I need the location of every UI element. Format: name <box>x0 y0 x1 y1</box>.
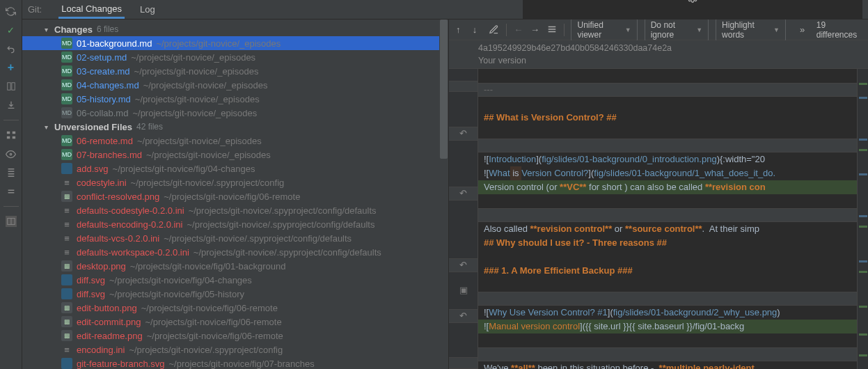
more-icon[interactable]: » <box>800 24 810 36</box>
gutter-cell <box>449 272 478 284</box>
tool-gutter: ✓ + <box>0 0 22 369</box>
separator <box>3 206 19 207</box>
diff-count: 19 differences <box>816 20 861 40</box>
file-row[interactable]: add.svg~/projects/git-novice/fig/04-chan… <box>22 162 448 175</box>
file-row[interactable]: ▩conflict-resolved.png~/projects/git-nov… <box>22 189 448 203</box>
group-header[interactable]: ▾Unversioned Files42 files <box>22 120 448 134</box>
gutter-cell <box>449 212 478 224</box>
gear-icon[interactable] <box>687 0 698 3</box>
gutter-cell <box>449 141 478 152</box>
gutter-cell <box>449 164 478 175</box>
file-row[interactable]: ▩edit-readme.png~/projects/git-novice/fi… <box>22 329 448 343</box>
show-ignored-icon[interactable] <box>6 148 17 159</box>
svg-rect-3 <box>6 136 9 139</box>
diff-minimap[interactable] <box>857 69 868 369</box>
group-header[interactable]: ▾Changes6 files <box>22 22 448 36</box>
file-row[interactable]: MD03-create.md~/projects/git-novice/_epi… <box>22 64 448 78</box>
file-row[interactable]: MD01-background.md~/projects/git-novice/… <box>22 36 448 50</box>
prev-diff-icon[interactable]: ↑ <box>456 24 466 36</box>
diff-gutter: ↶↶↶▣↶ <box>449 69 478 369</box>
gutter-cell <box>449 152 478 164</box>
separator <box>3 120 19 120</box>
file-row[interactable]: defaults-encoding-0.2.0.ini~/projects/gi… <box>22 217 448 231</box>
file-row[interactable]: MD06-remote.md~/projects/git-novice/_epi… <box>22 134 448 148</box>
group-icon[interactable] <box>6 129 17 141</box>
tab-log[interactable]: Log <box>137 1 158 19</box>
file-row[interactable]: defaults-workspace-0.2.0.ini~/projects/g… <box>22 245 448 259</box>
diff-toolbar: ↑ ↓ ← → Unified viewer▼ Do not ignore▼ H… <box>449 19 868 40</box>
svg-point-6 <box>10 153 12 155</box>
file-row[interactable]: MD07-branches.md~/projects/git-novice/_e… <box>22 148 448 162</box>
ignore-dropdown[interactable]: Do not ignore▼ <box>645 19 709 42</box>
file-row[interactable]: codestyle.ini~/projects/git-novice/.spyp… <box>22 175 448 189</box>
viewer-mode-label: Unified viewer <box>577 20 620 40</box>
revert-chunk-icon[interactable]: ↶ <box>459 309 467 323</box>
add-changelist-icon[interactable]: + <box>6 62 17 73</box>
file-row[interactable]: MD06-collab.md~/projects/git-novice/_epi… <box>22 106 448 120</box>
gutter-cell: ▣ <box>449 283 478 297</box>
highlight-label: Highlight words <box>722 20 769 40</box>
file-row[interactable]: git-feature-branch.svg~/projects/git-nov… <box>22 356 448 369</box>
svg-rect-2 <box>6 132 9 134</box>
collapse-unchanged-icon[interactable] <box>547 24 557 36</box>
viewer-mode-dropdown[interactable]: Unified viewer▼ <box>571 19 637 42</box>
preview-icon[interactable] <box>6 216 17 227</box>
gutter-cell <box>449 104 478 116</box>
expand-icon[interactable] <box>6 167 17 178</box>
scrollbar[interactable] <box>439 19 448 369</box>
revert-chunk-icon[interactable]: ↶ <box>459 187 467 201</box>
collapse-icon[interactable] <box>6 186 17 197</box>
gutter-cell <box>449 175 478 187</box>
compare-icon[interactable] <box>489 24 499 36</box>
file-row[interactable]: ▩edit-commit.png~/projects/git-novice/fi… <box>22 315 448 329</box>
gutter-cell <box>449 81 478 93</box>
highlight-dropdown[interactable]: Highlight words▼ <box>716 19 786 42</box>
file-row[interactable]: MD04-changes.md~/projects/git-novice/_ep… <box>22 78 448 92</box>
file-row[interactable]: ▩desktop.png~/projects/git-novice/fig/01… <box>22 259 448 273</box>
file-row[interactable]: MD02-setup.md~/projects/git-novice/_epis… <box>22 50 448 64</box>
gutter-cell <box>449 223 478 235</box>
file-row[interactable]: defaults-vcs-0.2.0.ini~/projects/git-nov… <box>22 231 448 245</box>
gutter-cell <box>449 357 478 369</box>
svg-rect-1 <box>11 83 14 91</box>
gutter-cell <box>449 201 478 212</box>
gutter-cell <box>449 69 478 81</box>
gutter-cell <box>449 235 478 247</box>
gutter-cell <box>449 323 478 335</box>
diff-hash: 4a195249929b46e27bd40b0584246330daa74e2a <box>449 40 868 56</box>
git-tabbar: Git: Local Changes Log — <box>22 0 868 19</box>
gutter-cell: ↶ <box>449 187 478 201</box>
revert-chunk-icon[interactable]: ↶ <box>459 127 467 141</box>
image-icon: ▣ <box>459 283 468 297</box>
tab-local-changes[interactable]: Local Changes <box>58 1 125 19</box>
file-row[interactable]: diff.svg~/projects/git-novice/fig/04-cha… <box>22 273 448 287</box>
gutter-cell: ↶ <box>449 127 478 141</box>
diff-lines[interactable]: ---## What is Version Control? ##![Intro… <box>478 69 857 369</box>
svg-rect-4 <box>12 132 15 134</box>
forward-icon[interactable]: → <box>530 24 540 36</box>
next-diff-icon[interactable]: ↓ <box>473 24 482 36</box>
file-row[interactable]: ▩edit-button.png~/projects/git-novice/fi… <box>22 301 448 315</box>
your-version-label: Your version <box>449 56 868 69</box>
gutter-cell <box>449 297 478 309</box>
diff-panel: ↑ ↓ ← → Unified viewer▼ Do not ignore▼ H… <box>449 19 868 369</box>
changes-panel: ▾Changes6 filesMD01-background.md~/proje… <box>22 19 449 369</box>
revert-chunk-icon[interactable]: ↶ <box>459 258 467 272</box>
diff-icon[interactable] <box>6 81 17 92</box>
file-row[interactable]: encoding.ini~/projects/git-novice/.spypr… <box>22 343 448 356</box>
back-icon[interactable]: ← <box>514 24 523 36</box>
gutter-cell <box>449 246 478 258</box>
revert-icon[interactable] <box>6 43 17 54</box>
gutter-cell <box>449 115 478 127</box>
ignore-label: Do not ignore <box>651 20 692 40</box>
svg-rect-0 <box>7 83 10 91</box>
svg-rect-5 <box>12 136 15 139</box>
commit-icon[interactable]: ✓ <box>6 24 17 36</box>
file-row[interactable]: MD05-history.md~/projects/git-novice/_ep… <box>22 92 448 106</box>
shelve-icon[interactable] <box>6 100 17 111</box>
file-row[interactable]: diff.svg~/projects/git-novice/fig/05-his… <box>22 287 448 301</box>
file-row[interactable]: defaults-codestyle-0.2.0.ini~/projects/g… <box>22 203 448 217</box>
gutter-cell <box>449 346 478 358</box>
refresh-icon[interactable] <box>6 6 17 17</box>
gutter-cell <box>449 92 478 104</box>
